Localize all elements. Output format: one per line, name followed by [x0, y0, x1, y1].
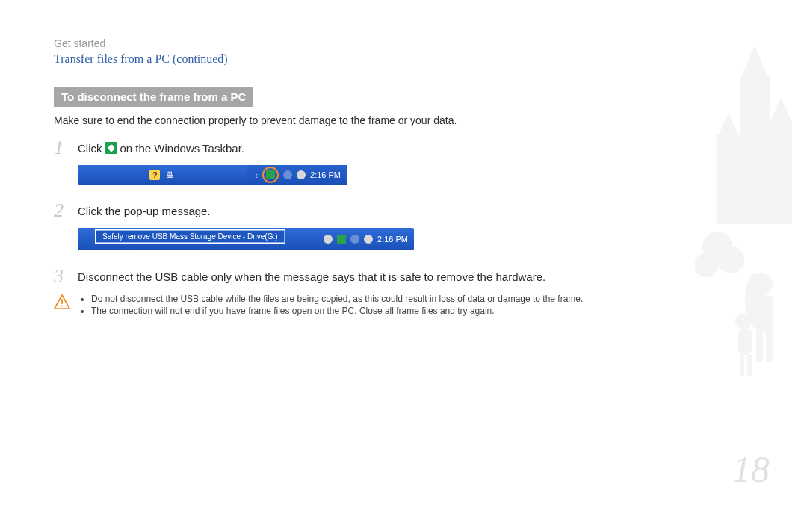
warning-icon: [54, 294, 70, 310]
safely-remove-hardware-icon: [105, 142, 117, 154]
safely-remove-popup: Safely remove USB Mass Storage Device - …: [96, 230, 285, 243]
safely-remove-tray-icon: [266, 170, 275, 179]
warning-item: Do not disconnect the USB cable while th…: [91, 294, 583, 304]
svg-rect-14: [738, 329, 752, 355]
intro-text: Make sure to end the connection properly…: [54, 114, 807, 126]
warning-block: Do not disconnect the USB cable while th…: [54, 294, 807, 318]
clock: 2:16 PM: [377, 235, 408, 244]
tray-expand-chevron-icon: ‹: [255, 170, 258, 181]
svg-rect-19: [61, 306, 63, 307]
volume-tray-icon: [364, 235, 373, 244]
system-tray: 2:16 PM: [324, 235, 414, 244]
subsection-heading: To disconnect the frame from a PC: [54, 87, 253, 107]
step-2: 2 Click the pop-up message.: [54, 200, 807, 222]
windows-taskbar-popup: Safely remove USB Mass Storage Device - …: [78, 228, 414, 250]
svg-rect-12: [766, 332, 773, 362]
step-3: 3 Disconnect the USB cable only when the…: [54, 265, 807, 288]
chapter-label: Get started: [54, 37, 807, 49]
taskbar-screenshot-1: ? 🖶 ‹ 2:16 PM: [78, 165, 807, 185]
step-number: 2: [54, 200, 70, 222]
volume-tray-icon: [297, 170, 306, 179]
step-1: 1 Click on the Windows Taskbar.: [54, 137, 807, 159]
tray-icon: [324, 235, 333, 244]
windows-taskbar: ? 🖶 ‹ 2:16 PM: [78, 165, 347, 185]
warning-item: The connection will not end if you have …: [91, 306, 583, 316]
system-tray: ‹ 2:16 PM: [247, 165, 347, 185]
svg-rect-18: [61, 299, 63, 303]
step-1-post: on the Windows Taskbar.: [120, 142, 244, 155]
safely-remove-tray-icon: [337, 235, 346, 244]
step-1-pre: Click: [78, 142, 102, 155]
step-number: 3: [54, 265, 70, 288]
help-icon: ?: [149, 170, 160, 180]
highlight-circle-icon: [262, 167, 279, 183]
section-title: Transfer files from a PC (continued): [54, 52, 807, 66]
svg-rect-16: [747, 355, 752, 376]
printer-icon: 🖶: [164, 170, 175, 180]
step-text: Disconnect the USB cable only when the m…: [78, 270, 545, 283]
clock: 2:16 PM: [310, 170, 341, 179]
step-text: Click on the Windows Taskbar.: [78, 142, 244, 155]
warning-list: Do not disconnect the USB cable while th…: [78, 294, 583, 318]
network-tray-icon: [350, 235, 359, 244]
network-tray-icon: [283, 170, 292, 179]
step-number: 1: [54, 137, 70, 159]
taskbar-screenshot-2: Safely remove USB Mass Storage Device - …: [78, 228, 807, 250]
step-text: Click the pop-up message.: [78, 205, 211, 217]
svg-rect-11: [756, 332, 763, 362]
page-number: 18: [732, 448, 770, 491]
svg-rect-15: [740, 355, 744, 376]
